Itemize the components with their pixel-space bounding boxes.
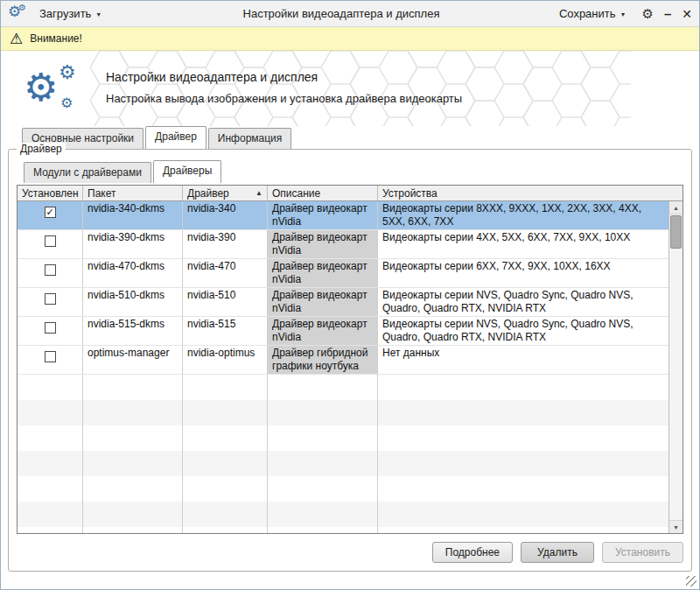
column-header-label: Установлен — [22, 187, 79, 200]
installed-checkbox[interactable] — [45, 235, 56, 247]
driver-cell: nvidia-390 — [183, 230, 268, 258]
devices-cell: Видеокарты серии 8XXX, 9XXX, 1XX, 2XX, 3… — [378, 201, 668, 229]
groupbox-legend: Драйвер — [17, 143, 66, 155]
install-button[interactable]: Установить — [602, 542, 683, 563]
scroll-down-button[interactable]: ▼ — [669, 520, 682, 533]
package-cell: nvidia-515-dkms — [83, 317, 183, 345]
tab-driver[interactable]: Драйвер — [145, 126, 206, 149]
table-row[interactable]: optimus-manager nvidia-optimus Драйвер г… — [18, 346, 668, 375]
driver-cell: nvidia-470 — [183, 259, 268, 287]
devices-cell: Нет данных — [378, 346, 668, 374]
warning-icon: ⚠ — [10, 32, 23, 46]
installed-checkbox[interactable] — [45, 264, 56, 276]
save-button[interactable]: Сохранить ▼ — [554, 4, 632, 23]
gear-icon: ⚙ — [24, 68, 58, 107]
installed-checkbox[interactable]: ✓ — [45, 207, 56, 218]
installed-checkbox[interactable] — [45, 293, 56, 305]
settings-gear-button[interactable]: ⚙ — [641, 7, 653, 20]
chevron-down-icon: ▼ — [95, 10, 102, 18]
column-header-driver[interactable]: Драйвер▲ — [183, 186, 268, 200]
app-window: ⚙ ⚙ Загрузить ▼ Настройки видеоадаптера … — [0, 0, 700, 590]
page-title: Настройки видеоадаптера и дисплея — [106, 70, 462, 84]
table-header-row: Установлен Пакет Драйвер▲ Описание Устро… — [18, 186, 682, 201]
chevron-down-icon: ▼ — [620, 10, 626, 18]
app-gears-icon: ⚙ ⚙ — [8, 4, 29, 25]
driver-inner-tabs: Модули с драйверами Драйверы — [17, 160, 683, 183]
column-header-description[interactable]: Описание — [268, 186, 378, 200]
table-row[interactable]: nvidia-390-dkms nvidia-390 Драйвер видео… — [18, 230, 668, 259]
package-cell: nvidia-340-dkms — [83, 201, 183, 229]
status-bar — [1, 575, 699, 589]
tab-information[interactable]: Информация — [208, 128, 291, 149]
column-header-label: Драйвер — [187, 187, 229, 200]
page-header: ⚙ ⚙ ⚙ Настройки видеоадаптера и дисплея … — [1, 51, 699, 126]
gear-icon: ⚙ — [18, 4, 26, 12]
driver-cell: nvidia-340 — [183, 201, 268, 229]
description-cell: Драйвер видеокарт nVidia — [268, 288, 378, 316]
description-cell: Драйвер видеокарт nVidia — [268, 201, 378, 229]
column-header-label: Устройства — [382, 187, 438, 200]
scrollbar-thumb[interactable] — [670, 215, 682, 249]
description-cell: Драйвер гибридной графики ноутбука — [268, 346, 378, 374]
titlebar: ⚙ ⚙ Загрузить ▼ Настройки видеоадаптера … — [1, 1, 699, 27]
tab-drivers[interactable]: Драйверы — [153, 160, 221, 183]
table-body: ✓ nvidia-340-dkms nvidia-340 Драйвер вид… — [18, 201, 668, 533]
delete-button[interactable]: Удалить — [521, 542, 594, 563]
table-row[interactable]: nvidia-510-dkms nvidia-510 Драйвер видео… — [18, 288, 668, 317]
driver-groupbox: Драйвер Модули с драйверами Драйверы Уст… — [8, 149, 692, 572]
minimize-button[interactable]: – — [664, 6, 671, 21]
window-title: Настройки видеоадаптера и дисплея — [165, 7, 517, 20]
installed-checkbox[interactable] — [45, 351, 56, 362]
drivers-table: Установлен Пакет Драйвер▲ Описание Устро… — [17, 185, 683, 534]
action-buttons: Подробнее Удалить Установить — [17, 534, 683, 564]
devices-cell: Видеокарты серии 6XX, 7XX, 9XX, 10XX, 16… — [378, 259, 668, 287]
package-cell: nvidia-510-dkms — [83, 288, 183, 316]
gears-logo-icon: ⚙ ⚙ ⚙ — [24, 63, 94, 116]
table-row[interactable]: nvidia-470-dkms nvidia-470 Драйвер видео… — [18, 259, 668, 288]
load-button[interactable]: Загрузить ▼ — [34, 4, 107, 23]
sort-ascending-icon: ▲ — [256, 189, 262, 197]
save-button-label: Сохранить — [559, 7, 616, 20]
description-cell: Драйвер видеокарт nVidia — [268, 259, 378, 287]
package-cell: nvidia-470-dkms — [83, 259, 183, 287]
vertical-scrollbar[interactable]: ▲ ▼ — [668, 201, 682, 533]
driver-cell: nvidia-510 — [183, 288, 268, 316]
close-button[interactable]: ✕ — [682, 7, 692, 21]
driver-cell: nvidia-515 — [183, 317, 268, 345]
column-header-package[interactable]: Пакет — [83, 186, 183, 200]
resize-grip[interactable] — [686, 576, 696, 586]
column-header-installed[interactable]: Установлен — [18, 186, 83, 200]
devices-cell: Видеокарты серии NVS, Quadro Sync, Quadr… — [378, 288, 668, 316]
scroll-up-button[interactable]: ▲ — [669, 201, 682, 214]
devices-cell: Видеокарты серии NVS, Quadro Sync, Quadr… — [378, 317, 668, 345]
column-header-label: Пакет — [88, 187, 116, 200]
column-header-label: Описание — [272, 187, 320, 200]
description-cell: Драйвер видеокарт nVidia — [268, 230, 378, 258]
driver-cell: nvidia-optimus — [183, 346, 268, 374]
warning-banner: ⚠ Внимание! — [1, 27, 699, 51]
gear-icon: ⚙ — [59, 63, 76, 82]
page-subtitle: Настройка вывода изображения и установка… — [106, 92, 462, 105]
warning-text: Внимание! — [30, 32, 82, 45]
table-empty-area — [18, 375, 668, 533]
description-cell: Драйвер видеокарт nVidia — [268, 317, 378, 345]
installed-checkbox[interactable] — [45, 322, 56, 334]
tab-driver-modules[interactable]: Модули с драйверами — [24, 162, 151, 183]
details-button[interactable]: Подробнее — [432, 542, 513, 563]
gear-icon: ⚙ — [60, 96, 73, 110]
column-header-devices[interactable]: Устройства — [378, 186, 682, 200]
scrollbar-track[interactable] — [669, 214, 682, 520]
devices-cell: Видеокарты серии 4XX, 5XX, 6XX, 7XX, 9XX… — [378, 230, 668, 258]
package-cell: nvidia-390-dkms — [83, 230, 183, 258]
package-cell: optimus-manager — [83, 346, 183, 374]
main-tabs: Основные настройки Драйвер Информация — [1, 126, 699, 149]
table-row[interactable]: nvidia-515-dkms nvidia-515 Драйвер видео… — [18, 317, 668, 346]
table-row[interactable]: ✓ nvidia-340-dkms nvidia-340 Драйвер вид… — [18, 201, 668, 230]
load-button-label: Загрузить — [39, 7, 91, 20]
